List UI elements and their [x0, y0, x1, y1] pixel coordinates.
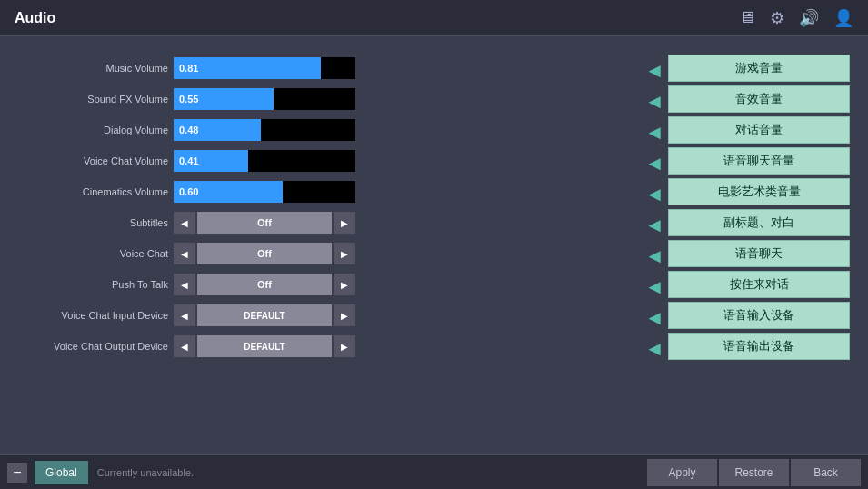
annotation-2: 音效音量 — [668, 85, 850, 113]
voicechat-volume-row: Voice Chat Volume 0.41 — [18, 147, 644, 175]
arrow-6: ◄ — [644, 214, 664, 237]
subtitles-value: Off — [197, 212, 332, 234]
voiceinput-prev[interactable]: ◀ — [174, 304, 195, 326]
arrow-9: ◄ — [644, 306, 664, 330]
voiceinput-label: Voice Chat Input Device — [18, 310, 168, 321]
annotation-10: 语音输出设备 — [668, 333, 850, 360]
annotation-6: 副标题、对白 — [668, 209, 850, 236]
annotation-1: 游戏音量 — [668, 55, 850, 82]
pushtotalk-prev[interactable]: ◀ — [174, 274, 195, 295]
apply-button[interactable]: Apply — [647, 459, 717, 486]
voiceinput-row: Voice Chat Input Device ◀ DEFAULT ▶ — [18, 302, 644, 329]
annotation-3: 对话音量 — [668, 116, 850, 144]
subtitles-next[interactable]: ▶ — [334, 212, 355, 234]
gear-icon[interactable]: ⚙ — [770, 8, 784, 28]
dialog-volume-row: Dialog Volume 0.48 — [18, 116, 644, 144]
page-title: Audio — [15, 10, 55, 26]
voiceoutput-label: Voice Chat Output Device — [18, 341, 168, 352]
voicechat-volume-label: Voice Chat Volume — [18, 155, 168, 166]
arrow-connectors: ◄ ◄ ◄ ◄ ◄ ◄ ◄ ◄ ◄ ◄ — [644, 55, 664, 454]
voiceoutput-row: Voice Chat Output Device ◀ DEFAULT ▶ — [18, 333, 644, 360]
subtitles-prev[interactable]: ◀ — [174, 212, 195, 234]
voiceoutput-value: DEFAULT — [197, 335, 332, 357]
header-icons: 🖥 ⚙ 🔊 👤 — [739, 8, 853, 28]
header: Audio 🖥 ⚙ 🔊 👤 — [0, 0, 868, 36]
voicechat-toggle: ◀ Off ▶ — [174, 243, 355, 264]
voiceoutput-toggle: ◀ DEFAULT ▶ — [174, 335, 355, 357]
dialog-volume-label: Dialog Volume — [18, 125, 168, 135]
arrow-7: ◄ — [644, 244, 664, 268]
music-volume-label: Music Volume — [18, 63, 168, 74]
cinematics-volume-slider[interactable]: 0.60 — [174, 181, 355, 203]
soundfx-volume-label: Sound FX Volume — [18, 94, 168, 105]
annotation-panel: 游戏音量 音效音量 对话音量 语音聊天音量 电影艺术类音量 副标题、对白 语音聊… — [668, 55, 850, 454]
speaker-icon[interactable]: 🔊 — [799, 8, 819, 28]
voiceoutput-next[interactable]: ▶ — [334, 335, 355, 357]
annotation-5: 电影艺术类音量 — [668, 178, 850, 205]
arrow-5: ◄ — [644, 183, 664, 206]
back-button[interactable]: Back — [791, 459, 861, 486]
voicechat-value: Off — [197, 243, 332, 264]
voiceinput-value: DEFAULT — [197, 304, 332, 326]
annotation-9: 语音输入设备 — [668, 302, 850, 329]
voicechat-label: Voice Chat — [18, 248, 168, 259]
subtitles-row: Subtitles ◀ Off ▶ — [18, 209, 644, 236]
voiceinput-toggle: ◀ DEFAULT ▶ — [174, 304, 355, 326]
pushtotalk-next[interactable]: ▶ — [334, 274, 355, 295]
annotation-7: 语音聊天 — [668, 240, 850, 267]
cinematics-volume-row: Cinematics Volume 0.60 — [18, 178, 644, 205]
annotation-8: 按住来对话 — [668, 271, 850, 298]
annotation-4: 语音聊天音量 — [668, 147, 850, 175]
music-volume-slider[interactable]: 0.81 — [174, 57, 355, 79]
arrow-8: ◄ — [644, 275, 664, 299]
global-tab[interactable]: Global — [35, 461, 88, 484]
voicechat-row: Voice Chat ◀ Off ▶ — [18, 240, 644, 267]
main-content: Music Volume 0.81 Sound FX Volume 0.55 D… — [0, 36, 868, 454]
arrow-1: ◄ — [644, 59, 664, 83]
soundfx-volume-slider[interactable]: 0.55 — [174, 88, 355, 110]
minus-button[interactable]: − — [7, 463, 27, 483]
voiceinput-next[interactable]: ▶ — [334, 304, 355, 326]
dialog-volume-slider[interactable]: 0.48 — [174, 119, 355, 141]
pushtotalk-label: Push To Talk — [18, 279, 168, 290]
voicechat-volume-slider[interactable]: 0.41 — [174, 150, 355, 172]
user-icon[interactable]: 👤 — [833, 8, 853, 28]
subtitles-label: Subtitles — [18, 217, 168, 228]
settings-panel: Music Volume 0.81 Sound FX Volume 0.55 D… — [18, 55, 644, 454]
music-volume-row: Music Volume 0.81 — [18, 55, 644, 82]
soundfx-volume-row: Sound FX Volume 0.55 — [18, 85, 644, 113]
voicechat-next[interactable]: ▶ — [334, 243, 355, 264]
pushtotalk-value: Off — [197, 274, 332, 295]
footer-status: Currently unavailable. — [97, 467, 647, 478]
voicechat-prev[interactable]: ◀ — [174, 243, 195, 264]
footer: − Global Currently unavailable. Apply Re… — [0, 454, 868, 489]
voiceoutput-prev[interactable]: ◀ — [174, 335, 195, 357]
arrow-3: ◄ — [644, 121, 664, 145]
arrow-4: ◄ — [644, 152, 664, 175]
monitor-icon[interactable]: 🖥 — [739, 8, 755, 27]
footer-buttons: Apply Restore Back — [647, 459, 861, 486]
subtitles-toggle: ◀ Off ▶ — [174, 212, 355, 234]
pushtotalk-row: Push To Talk ◀ Off ▶ — [18, 271, 644, 298]
cinematics-volume-label: Cinematics Volume — [18, 186, 168, 197]
arrow-2: ◄ — [644, 90, 664, 114]
restore-button[interactable]: Restore — [719, 459, 789, 486]
arrow-10: ◄ — [644, 337, 664, 361]
pushtotalk-toggle: ◀ Off ▶ — [174, 274, 355, 295]
